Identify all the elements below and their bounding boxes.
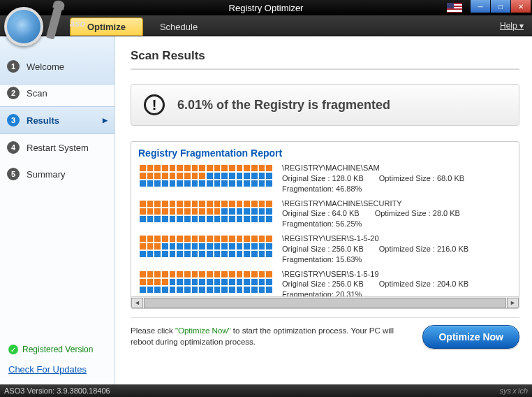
sidebar-step-scan[interactable]: 2 Scan <box>0 80 114 106</box>
divider <box>131 68 519 70</box>
fragmentation-percent: Fragmentation: 46.88% <box>282 184 464 194</box>
scroll-right-icon[interactable]: ► <box>507 298 519 308</box>
registry-path: \REGISTRY\MACHINE\SECURITY <box>282 198 460 209</box>
sidebar-step-welcome[interactable]: 1 Welcome <box>0 53 114 80</box>
fragmentation-percent: Fragmentation: 15.63% <box>282 254 468 265</box>
app-logo-icon <box>4 7 60 53</box>
optimized-size: Optimized Size : 204.0 KB <box>379 279 468 289</box>
step-label: Summary <box>27 169 66 180</box>
step-number: 5 <box>7 168 20 180</box>
fragmentation-blocks-icon <box>140 198 272 230</box>
original-size: Original Size : 256.0 KB <box>282 245 364 253</box>
exclamation-icon: ! <box>144 94 165 115</box>
fragmentation-percent: Fragmentation: 56.25% <box>282 219 460 229</box>
scroll-left-icon[interactable]: ◄ <box>131 298 143 308</box>
brand-label: aso <box>70 18 85 29</box>
report-title: Registry Fragmentation Report <box>131 142 519 163</box>
registered-status: ✓ Registered Version <box>8 345 106 354</box>
menu-bar: aso Optimize Schedule Help ▾ <box>0 15 532 36</box>
fragmentation-banner: ! 6.01% of the Registry is fragmented <box>131 84 519 126</box>
footer: Please click "Optimize Now" to start the… <box>131 317 519 354</box>
report-scroll-area[interactable]: \REGISTRY\MACHINE\SAMOriginal Size : 128… <box>131 163 519 296</box>
window-controls: ─ □ ✕ <box>470 0 531 13</box>
original-size: Original Size : 128.0 KB <box>282 174 364 182</box>
window-title: Registry Optimizer <box>229 3 304 13</box>
fragmentation-blocks-icon <box>140 163 272 194</box>
optimized-size: Optimized Size : 68.0 KB <box>379 173 464 184</box>
main-content: Scan Results ! 6.01% of the Registry is … <box>115 36 532 384</box>
step-number: 1 <box>7 60 20 73</box>
language-flag-icon[interactable] <box>447 3 462 13</box>
report-entry: \REGISTRY\MACHINE\SAMOriginal Size : 128… <box>140 163 515 194</box>
report-entry: \REGISTRY\USER\S-1-5-20Original Size : 2… <box>140 233 515 265</box>
tab-schedule[interactable]: Schedule <box>143 18 214 36</box>
scroll-track[interactable] <box>144 298 506 308</box>
status-bar: ASO3 Version: 3.9.3800.18406 sys x ich <box>0 384 532 397</box>
footer-text: Please click "Optimize Now" to start the… <box>131 326 403 347</box>
title-bar: Registry Optimizer ─ □ ✕ <box>0 0 532 15</box>
step-label: Welcome <box>27 62 64 72</box>
page-title: Scan Results <box>131 49 519 63</box>
step-label: Scan <box>27 88 47 99</box>
help-menu[interactable]: Help ▾ <box>500 21 524 31</box>
close-button[interactable]: ✕ <box>511 0 531 13</box>
check-icon: ✓ <box>8 345 18 354</box>
step-number: 3 <box>7 114 20 127</box>
original-size: Original Size : 64.0 KB <box>282 209 360 217</box>
fragmentation-report: Registry Fragmentation Report \REGISTRY\… <box>131 141 519 309</box>
sidebar-step-results[interactable]: 3 Results ▶ <box>0 106 114 134</box>
chevron-right-icon: ▶ <box>103 117 108 124</box>
entry-info: \REGISTRY\USER\S-1-5-20Original Size : 2… <box>282 233 468 265</box>
step-label: Results <box>27 115 59 126</box>
step-label: Restart System <box>27 143 89 153</box>
version-label: ASO3 Version: 3.9.3800.18406 <box>4 387 110 395</box>
watermark: sys x ich <box>500 387 528 395</box>
fragmentation-message: 6.01% of the Registry is fragmented <box>177 98 390 113</box>
maximize-button[interactable]: □ <box>491 0 510 13</box>
fragmentation-blocks-icon <box>140 233 272 265</box>
entry-info: \REGISTRY\MACHINE\SECURITYOriginal Size … <box>282 198 460 230</box>
sidebar: 1 Welcome 2 Scan 3 Results ▶ 4 Restart S… <box>0 36 115 384</box>
sidebar-step-restart[interactable]: 4 Restart System <box>0 134 114 161</box>
registry-path: \REGISTRY\USER\S-1-5-20 <box>282 233 468 244</box>
step-number: 4 <box>7 141 20 154</box>
report-entry: \REGISTRY\MACHINE\SECURITYOriginal Size … <box>140 198 515 230</box>
step-number: 2 <box>7 87 20 99</box>
registry-path: \REGISTRY\USER\S-1-5-19 <box>282 269 468 280</box>
optimized-size: Optimized Size : 28.0 KB <box>375 208 460 219</box>
fragmentation-percent: Fragmentation: 20.31% <box>282 289 468 296</box>
original-size: Original Size : 256.0 KB <box>282 280 364 288</box>
horizontal-scrollbar[interactable]: ◄ ► <box>131 296 519 308</box>
entry-info: \REGISTRY\USER\S-1-5-19Original Size : 2… <box>282 269 468 296</box>
sidebar-step-summary[interactable]: 5 Summary <box>0 161 114 187</box>
report-entry: \REGISTRY\USER\S-1-5-19Original Size : 2… <box>140 269 515 296</box>
fragmentation-blocks-icon <box>140 269 272 296</box>
registry-path: \REGISTRY\MACHINE\SAM <box>282 163 464 173</box>
entry-info: \REGISTRY\MACHINE\SAMOriginal Size : 128… <box>282 163 464 194</box>
minimize-button[interactable]: ─ <box>471 0 490 13</box>
optimized-size: Optimized Size : 216.0 KB <box>379 244 468 254</box>
check-updates-link[interactable]: Check For Updates <box>8 364 106 375</box>
optimize-now-button[interactable]: Optimize Now <box>422 325 519 349</box>
